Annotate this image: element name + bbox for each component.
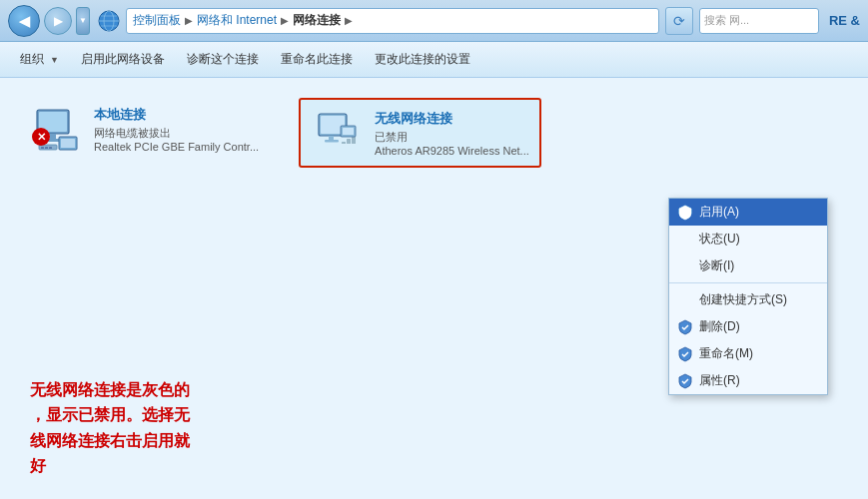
svg-rect-7 — [50, 134, 56, 139]
context-menu-shortcut[interactable]: 创建快捷方式(S) — [669, 286, 827, 313]
local-connection-info: 本地连接 网络电缆被拔出 Realtek PCIe GBE Family Con… — [94, 106, 259, 153]
context-menu-rename[interactable]: 重命名(M) — [669, 340, 827, 367]
refresh-button[interactable]: ⟳ — [665, 7, 693, 35]
wireless-connection-icon — [311, 109, 363, 157]
breadcrumb-sep-3: ▶ — [345, 15, 353, 26]
breadcrumb-bar: 控制面板 ▶ 网络和 Internet ▶ 网络连接 ▶ — [126, 8, 659, 34]
annotation-line2: ，显示已禁用。选择无 — [30, 402, 190, 428]
wireless-icon — [315, 111, 359, 155]
svg-rect-14 — [61, 139, 75, 148]
context-menu-divider — [669, 282, 827, 283]
enable-device-label: 启用此网络设备 — [81, 51, 165, 68]
change-settings-button[interactable]: 更改此连接的设置 — [365, 47, 480, 72]
context-delete-label: 删除(D) — [699, 318, 740, 335]
wireless-connection-item[interactable]: 无线网络连接 已禁用 Atheros AR9285 Wireless Net..… — [299, 98, 541, 168]
breadcrumb-item-1[interactable]: 控制面板 — [133, 12, 181, 29]
context-enable-label: 启用(A) — [699, 204, 739, 221]
annotation-line1: 无线网络连接是灰色的 — [30, 377, 190, 403]
extra-label: RE & — [829, 13, 860, 28]
annotation-line3: 线网络连接右击启用就 — [30, 428, 190, 454]
context-status-label: 状态(U) — [699, 231, 740, 248]
breadcrumb-item-3: 网络连接 — [293, 12, 341, 29]
wireless-connection-name: 无线网络连接 — [375, 110, 529, 128]
local-connection-status: 网络电缆被拔出 — [94, 126, 259, 141]
local-connection-name: 本地连接 — [94, 106, 259, 124]
globe-icon — [98, 10, 120, 32]
context-menu-delete[interactable]: 删除(D) — [669, 313, 827, 340]
svg-rect-10 — [41, 147, 44, 149]
rename-label: 重命名此连接 — [281, 51, 353, 68]
annotation-line4: 好 — [30, 453, 190, 479]
breadcrumb-sep-1: ▶ — [185, 15, 193, 26]
organize-label: 组织 — [20, 51, 44, 68]
connections-row: ✕ 本地连接 网络电缆被拔出 Realtek PCIe GBE Family C… — [10, 88, 858, 178]
context-menu-enable[interactable]: 启用(A) — [669, 199, 827, 226]
svg-rect-18 — [325, 140, 339, 143]
content-area: ✕ 本地连接 网络电缆被拔出 Realtek PCIe GBE Family C… — [0, 78, 868, 499]
wireless-connection-status: 已禁用 — [375, 130, 529, 145]
shield-icon-properties — [677, 373, 693, 389]
svg-rect-19 — [347, 139, 351, 144]
context-shortcut-label: 创建快捷方式(S) — [699, 291, 787, 308]
context-properties-label: 属性(R) — [699, 372, 740, 389]
breadcrumb-sep-2: ▶ — [281, 15, 289, 26]
organize-dropdown: ▼ — [50, 55, 59, 65]
context-menu: 启用(A) 状态(U) 诊断(I) 创建快捷方式(S) 删除(D) — [668, 198, 828, 395]
context-menu-diagnose[interactable]: 诊断(I) — [669, 252, 827, 279]
search-placeholder: 搜索 网... — [704, 13, 749, 28]
diagnose-label: 诊断这个连接 — [187, 51, 259, 68]
enable-device-button[interactable]: 启用此网络设备 — [71, 47, 175, 72]
forward-button[interactable]: ▶ — [44, 7, 72, 35]
local-connection-adapter: Realtek PCIe GBE Family Contr... — [94, 141, 259, 153]
context-rename-label: 重命名(M) — [699, 345, 753, 362]
change-settings-label: 更改此连接的设置 — [375, 51, 470, 68]
breadcrumb-item-2[interactable]: 网络和 Internet — [197, 12, 277, 29]
svg-rect-17 — [329, 136, 334, 140]
wireless-connection-info: 无线网络连接 已禁用 Atheros AR9285 Wireless Net..… — [375, 110, 529, 157]
nav-dropdown-button[interactable]: ▼ — [76, 7, 90, 35]
svg-rect-11 — [45, 147, 48, 149]
context-menu-status[interactable]: 状态(U) — [669, 226, 827, 252]
nav-buttons: ◀ ▶ ▼ — [8, 5, 90, 37]
svg-rect-12 — [49, 147, 52, 149]
shield-icon-rename — [677, 346, 693, 362]
wireless-connection-adapter: Atheros AR9285 Wireless Net... — [375, 145, 529, 157]
local-connection-item[interactable]: ✕ 本地连接 网络电缆被拔出 Realtek PCIe GBE Family C… — [20, 98, 269, 162]
back-button[interactable]: ◀ — [8, 5, 40, 37]
diagnose-button[interactable]: 诊断这个连接 — [177, 47, 269, 72]
search-box[interactable]: 搜索 网... — [699, 8, 819, 34]
rename-button[interactable]: 重命名此连接 — [271, 47, 363, 72]
context-menu-properties[interactable]: 属性(R) — [669, 367, 827, 394]
organize-button[interactable]: 组织 ▼ — [10, 47, 69, 72]
svg-rect-21 — [342, 142, 346, 144]
context-diagnose-label: 诊断(I) — [699, 257, 734, 274]
toolbar: 组织 ▼ 启用此网络设备 诊断这个连接 重命名此连接 更改此连接的设置 — [0, 42, 868, 78]
connection-error-icon: ✕ — [32, 128, 50, 146]
title-bar: ◀ ▶ ▼ 控制面板 ▶ 网络和 Internet ▶ 网络连接 ▶ ⟳ 搜索 … — [0, 0, 868, 42]
local-connection-icon: ✕ — [30, 106, 82, 154]
annotation-text: 无线网络连接是灰色的 ，显示已禁用。选择无 线网络连接右击启用就 好 — [30, 377, 190, 479]
shield-icon-delete — [677, 319, 693, 335]
svg-rect-23 — [343, 128, 354, 135]
shield-icon-enable — [677, 205, 693, 221]
